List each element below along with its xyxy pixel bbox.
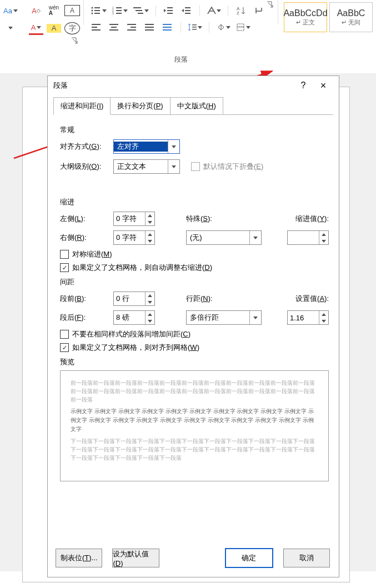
at-spinner[interactable] <box>287 310 329 325</box>
showmarks-icon[interactable] <box>252 4 266 17</box>
svg-rect-33 <box>145 27 154 28</box>
at-label: 设置值(A): <box>295 294 329 304</box>
font-case-icon[interactable]: Aa <box>3 4 18 17</box>
ribbon: Aa A◇ wénA A A A 字 <box>0 0 376 74</box>
styles-gallery[interactable]: AaBbCcDd ↵ 正文 AaBbC ↵ 无间 <box>280 0 376 56</box>
indent-right-label: 右侧(R): <box>60 233 113 243</box>
indent-by-spinner[interactable] <box>287 230 329 245</box>
help-button[interactable]: ? <box>293 76 313 95</box>
svg-rect-30 <box>131 27 136 28</box>
phonetic-icon[interactable]: A◇ <box>29 4 43 17</box>
svg-rect-7 <box>116 7 122 8</box>
align-center-icon[interactable] <box>107 21 122 33</box>
indent-dec-icon[interactable] <box>162 4 176 17</box>
char-circle-icon[interactable]: 字 <box>64 22 80 34</box>
paragraph-launcher-icon[interactable] <box>267 1 273 8</box>
indent-inc-icon[interactable] <box>179 4 194 17</box>
svg-rect-23 <box>92 24 101 25</box>
borders-icon[interactable] <box>235 21 252 33</box>
chevron-down-icon[interactable] <box>168 140 179 153</box>
svg-rect-37 <box>163 29 172 31</box>
collapse-checkbox: 默认情况下折叠(E) <box>191 162 263 172</box>
line-spacing-combo[interactable]: 多倍行距 <box>186 310 262 325</box>
style-nospace[interactable]: AaBbC ↵ 无间 <box>329 2 373 32</box>
auto-adjust-indent-checkbox[interactable]: ✓如果定义了文档网格，则自动调整右缩进(D) <box>60 263 329 273</box>
svg-rect-15 <box>167 7 173 8</box>
dialog-buttons: 制表位(T)... 设为默认值(D) 确定 取消 <box>48 541 339 577</box>
highlight-icon[interactable]: A <box>47 24 61 33</box>
indent-left-spinner[interactable] <box>113 212 155 226</box>
align-right-icon[interactable] <box>125 21 139 33</box>
tabs-button[interactable]: 制表位(T)... <box>56 549 102 567</box>
line-spacing-icon[interactable] <box>187 21 203 33</box>
after-spinner[interactable] <box>113 310 155 325</box>
font-color-icon[interactable]: A <box>29 21 43 35</box>
mirror-indent-checkbox[interactable]: 对称缩进(M) <box>60 249 329 259</box>
bullets-icon[interactable] <box>89 4 108 17</box>
pinyin-icon[interactable]: wénA <box>47 4 61 17</box>
svg-rect-13 <box>136 10 142 11</box>
indent-right-spinner[interactable] <box>113 230 155 245</box>
svg-rect-18 <box>185 7 190 8</box>
svg-rect-38 <box>192 24 197 26</box>
svg-rect-29 <box>127 24 136 25</box>
char-border-icon[interactable]: A <box>64 5 80 16</box>
svg-rect-42 <box>237 27 244 27</box>
tabs: 缩进和间距(I) 换行和分页(P) 中文版式(H) <box>53 97 333 115</box>
strike-icon[interactable] <box>3 22 18 34</box>
svg-rect-11 <box>116 13 122 14</box>
multilevel-icon[interactable] <box>132 4 150 17</box>
svg-rect-31 <box>127 29 136 31</box>
svg-rect-40 <box>192 29 197 30</box>
svg-point-4 <box>92 13 93 14</box>
font-launcher-icon[interactable] <box>71 37 78 44</box>
section-general: 常规 <box>60 125 329 135</box>
close-button[interactable]: × <box>313 76 333 95</box>
special-label: 特殊(S): <box>186 214 239 224</box>
svg-text:Z: Z <box>237 11 239 15</box>
outline-combo[interactable]: 正文文本 <box>113 159 180 174</box>
spin-up-icon[interactable] <box>146 212 154 219</box>
ok-button[interactable]: 确定 <box>225 548 273 568</box>
tab-indent-spacing[interactable]: 缩进和间距(I) <box>53 97 111 115</box>
align-combo[interactable]: 左对齐 <box>113 139 180 154</box>
style-normal[interactable]: AaBbCcDd ↵ 正文 <box>284 2 327 32</box>
before-spinner[interactable] <box>113 292 155 306</box>
svg-rect-17 <box>167 13 173 14</box>
no-space-same-style-checkbox[interactable]: 不要在相同样式的段落间增加间距(C) <box>60 329 329 339</box>
cancel-button[interactable]: 取消 <box>283 549 330 567</box>
numbering-icon[interactable]: 123 <box>111 4 129 17</box>
section-preview: 预览 <box>60 357 329 367</box>
svg-rect-32 <box>145 24 154 25</box>
svg-rect-9 <box>116 10 122 11</box>
section-spacing: 间距 <box>60 277 329 287</box>
spin-down-icon[interactable] <box>146 219 154 225</box>
tab-line-page[interactable]: 换行和分页(P) <box>110 97 170 115</box>
align-justify-icon[interactable] <box>143 21 157 33</box>
line-spacing-label: 行距(N): <box>186 294 239 304</box>
align-left-icon[interactable] <box>89 21 104 33</box>
shading-icon[interactable] <box>215 21 232 33</box>
special-combo[interactable]: (无) <box>186 230 262 245</box>
default-button[interactable]: 设为默认值(D) <box>112 549 159 567</box>
indent-by-label: 缩进值(Y): <box>295 214 329 224</box>
snap-grid-checkbox[interactable]: ✓如果定义了文档网格，则对齐到网格(W) <box>60 343 329 353</box>
svg-rect-36 <box>163 27 172 28</box>
svg-rect-26 <box>109 24 118 25</box>
paragraph-dialog: 段落 ? × 缩进和间距(I) 换行和分页(P) 中文版式(H) 常规 对齐方式… <box>47 76 339 577</box>
before-label: 段前(B): <box>60 294 113 304</box>
svg-rect-19 <box>185 10 190 11</box>
svg-rect-3 <box>94 10 100 11</box>
asian-layout-icon[interactable] <box>205 4 222 17</box>
svg-point-0 <box>92 7 93 9</box>
sort-icon[interactable]: AZ <box>234 4 248 17</box>
after-label: 段后(F): <box>60 313 113 323</box>
svg-rect-12 <box>133 7 141 8</box>
preview-box: 前一段落前一段落前一段落前一段落前一段落前一段落前一段落前一段落前一段落前一段落… <box>60 370 329 481</box>
align-dist-icon[interactable] <box>161 21 175 33</box>
chevron-down-icon[interactable] <box>168 160 179 173</box>
svg-rect-27 <box>111 27 117 28</box>
tab-asian[interactable]: 中文版式(H) <box>170 97 223 115</box>
svg-rect-28 <box>109 29 118 31</box>
svg-rect-24 <box>92 27 97 28</box>
